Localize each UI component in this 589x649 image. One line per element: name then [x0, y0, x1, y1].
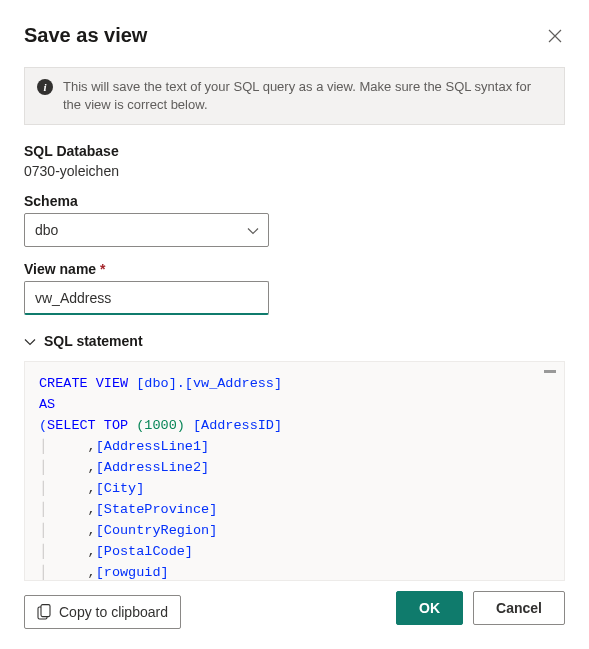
- field-view-name: View name *: [24, 261, 565, 315]
- copy-icon: [37, 604, 51, 620]
- footer-right: OK Cancel: [396, 591, 565, 625]
- svg-rect-1: [41, 605, 50, 617]
- copy-to-clipboard-button[interactable]: Copy to clipboard: [24, 595, 181, 629]
- field-sql-database: SQL Database 0730-yoleichen: [24, 143, 565, 179]
- copy-label: Copy to clipboard: [59, 604, 168, 620]
- code-minimap: [544, 370, 556, 373]
- close-icon: [548, 29, 562, 43]
- schema-label: Schema: [24, 193, 565, 209]
- info-banner: i This will save the text of your SQL qu…: [24, 67, 565, 125]
- db-label: SQL Database: [24, 143, 565, 159]
- ok-button[interactable]: OK: [396, 591, 463, 625]
- info-icon: i: [37, 79, 53, 95]
- chevron-down-icon: [24, 333, 36, 349]
- viewname-label: View name *: [24, 261, 565, 277]
- field-schema: Schema dbo: [24, 193, 565, 247]
- schema-select[interactable]: dbo: [24, 213, 269, 247]
- sql-code-editor[interactable]: CREATE VIEW [dbo].[vw_Address] AS (SELEC…: [24, 361, 565, 581]
- db-value: 0730-yoleichen: [24, 163, 119, 179]
- cancel-button[interactable]: Cancel: [473, 591, 565, 625]
- close-button[interactable]: [545, 26, 565, 46]
- dialog-header: Save as view: [24, 24, 565, 47]
- sql-statement-label: SQL statement: [44, 333, 143, 349]
- viewname-input[interactable]: [24, 281, 269, 315]
- dialog-title: Save as view: [24, 24, 147, 47]
- info-text: This will save the text of your SQL quer…: [63, 78, 552, 114]
- sql-statement-toggle[interactable]: SQL statement: [24, 333, 565, 349]
